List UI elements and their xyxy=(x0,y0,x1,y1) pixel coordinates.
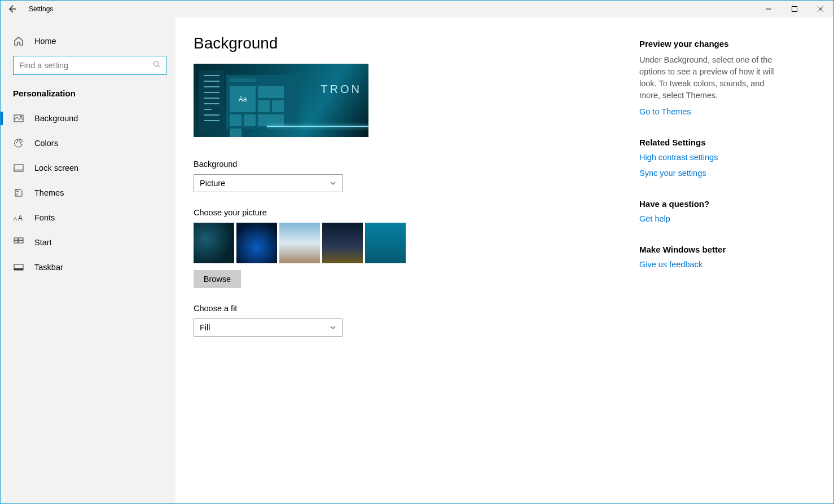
desktop-preview: Aa TRON xyxy=(194,64,368,137)
svg-text:A: A xyxy=(14,216,17,222)
search-input[interactable] xyxy=(13,56,166,75)
category-title: Personalization xyxy=(1,84,175,106)
preview-wallpaper-text: TRON xyxy=(321,83,362,96)
nav-label: Themes xyxy=(34,188,64,197)
nav-label: Fonts xyxy=(34,213,55,222)
right-panel: Preview your changes Under Background, s… xyxy=(628,34,775,492)
minimize-button[interactable] xyxy=(756,1,782,17)
background-dropdown[interactable]: Picture xyxy=(194,174,343,192)
picture-thumb-4[interactable] xyxy=(322,223,363,263)
themes-icon xyxy=(13,187,24,198)
svg-rect-15 xyxy=(14,238,18,240)
chevron-down-icon xyxy=(330,180,336,187)
background-value: Picture xyxy=(200,179,225,188)
picture-thumb-1[interactable] xyxy=(194,223,234,263)
svg-rect-16 xyxy=(19,238,23,240)
maximize-icon xyxy=(792,6,797,12)
lockscreen-icon xyxy=(13,162,24,174)
arrow-left-icon xyxy=(7,5,16,14)
svg-point-10 xyxy=(19,140,20,142)
svg-rect-20 xyxy=(14,268,23,270)
picture-thumb-3[interactable] xyxy=(279,223,320,263)
go-to-themes-link[interactable]: Go to Themes xyxy=(639,107,775,116)
feedback-link[interactable]: Give us feedback xyxy=(639,260,775,269)
start-icon xyxy=(13,237,24,248)
search-box xyxy=(13,56,166,75)
preview-changes-text: Under Background, select one of the opti… xyxy=(639,54,775,101)
fonts-icon: AA xyxy=(13,212,24,223)
make-better-heading: Make Windows better xyxy=(639,245,775,254)
nav-item-taskbar[interactable]: Taskbar xyxy=(1,255,175,280)
nav-item-start[interactable]: Start xyxy=(1,230,175,255)
page-title: Background xyxy=(194,34,628,52)
get-help-link[interactable]: Get help xyxy=(639,214,775,223)
nav-label: Background xyxy=(34,114,78,123)
home-icon xyxy=(13,36,24,47)
picture-icon xyxy=(13,113,24,124)
nav-item-colors[interactable]: Colors xyxy=(1,131,175,156)
svg-text:A: A xyxy=(18,214,23,222)
preview-start-menu: Aa xyxy=(226,75,300,129)
browse-button[interactable]: Browse xyxy=(194,270,241,288)
close-button[interactable] xyxy=(807,1,833,17)
nav-label: Colors xyxy=(34,139,58,148)
svg-point-8 xyxy=(16,142,17,143)
related-settings-heading: Related Settings xyxy=(639,138,775,147)
nav-item-fonts[interactable]: AA Fonts xyxy=(1,205,175,230)
preview-changes-heading: Preview your changes xyxy=(639,39,775,48)
high-contrast-link[interactable]: High contrast settings xyxy=(639,153,775,162)
background-label: Background xyxy=(194,160,628,169)
nav-item-themes[interactable]: Themes xyxy=(1,180,175,205)
nav-item-lock-screen[interactable]: Lock screen xyxy=(1,156,175,180)
close-icon xyxy=(818,6,823,12)
nav-label: Taskbar xyxy=(34,263,63,272)
window-title: Settings xyxy=(29,5,53,13)
fit-dropdown[interactable]: Fill xyxy=(194,319,343,337)
svg-point-9 xyxy=(17,140,18,142)
nav-item-background[interactable]: Background xyxy=(1,106,175,131)
picture-thumbnails xyxy=(194,223,628,263)
home-label: Home xyxy=(34,37,56,46)
window-controls xyxy=(756,1,833,17)
sidebar: Home Personalization Background Colors L… xyxy=(1,17,175,503)
titlebar: Settings xyxy=(1,1,833,17)
preview-sample-tile: Aa xyxy=(230,86,256,112)
svg-rect-1 xyxy=(792,7,797,12)
choose-picture-label: Choose your picture xyxy=(194,208,628,217)
fit-value: Fill xyxy=(200,323,210,332)
main-content: Background Aa TRON Back xyxy=(175,17,833,503)
back-button[interactable] xyxy=(1,1,23,17)
picture-thumb-5[interactable] xyxy=(365,223,406,263)
palette-icon xyxy=(13,138,24,149)
picture-thumb-2[interactable] xyxy=(236,223,277,263)
choose-fit-label: Choose a fit xyxy=(194,304,628,313)
preview-taskbar xyxy=(199,70,224,130)
minimize-icon xyxy=(766,6,771,12)
maximize-button[interactable] xyxy=(782,1,807,17)
chevron-down-icon xyxy=(330,324,336,331)
nav-label: Lock screen xyxy=(34,163,78,173)
have-question-heading: Have a question? xyxy=(639,199,775,209)
home-button[interactable]: Home xyxy=(1,29,175,54)
svg-point-7 xyxy=(20,116,22,118)
svg-rect-12 xyxy=(14,169,23,171)
svg-rect-18 xyxy=(19,241,23,243)
sync-settings-link[interactable]: Sync your settings xyxy=(639,169,775,178)
taskbar-icon xyxy=(13,262,24,273)
nav-label: Start xyxy=(34,238,52,247)
svg-rect-17 xyxy=(14,241,18,243)
